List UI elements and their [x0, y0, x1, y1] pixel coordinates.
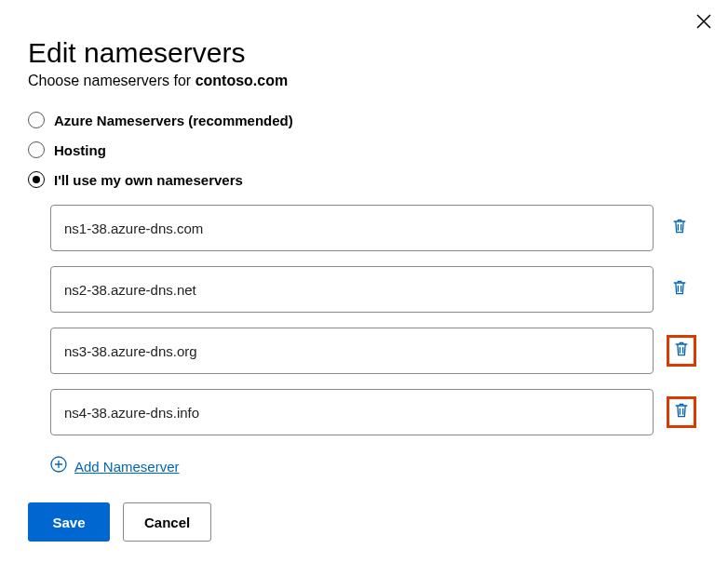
dialog-buttons: Save Cancel	[28, 502, 700, 542]
delete-nameserver-button[interactable]	[667, 396, 696, 428]
radio-label-azure: Azure Nameservers (recommended)	[54, 113, 293, 128]
nameserver-input[interactable]	[50, 266, 654, 313]
nameserver-input[interactable]	[50, 389, 654, 435]
trash-icon	[670, 278, 689, 301]
trash-icon	[672, 340, 691, 362]
nameserver-list	[50, 205, 700, 435]
trash-icon	[670, 217, 689, 239]
save-button[interactable]: Save	[28, 502, 110, 542]
radio-label-own: I'll use my own nameservers	[54, 172, 243, 188]
radio-icon	[28, 171, 45, 188]
trash-icon	[672, 401, 691, 423]
add-nameserver-label: Add Nameserver	[74, 459, 180, 475]
cancel-button[interactable]: Cancel	[123, 502, 211, 542]
page-subtitle: Choose nameservers for contoso.com	[28, 73, 700, 89]
delete-nameserver-button[interactable]	[667, 215, 693, 241]
domain-name: contoso.com	[195, 73, 289, 88]
nameserver-row	[50, 266, 700, 313]
nameserver-row	[50, 205, 700, 251]
nameserver-input[interactable]	[50, 328, 654, 374]
plus-circle-icon	[50, 456, 67, 476]
subtitle-prefix: Choose nameservers for	[28, 73, 195, 88]
nameserver-radio-group: Azure Nameservers (recommended) Hosting …	[28, 112, 700, 188]
add-nameserver-link[interactable]: Add Nameserver	[50, 456, 700, 476]
radio-icon	[28, 112, 45, 128]
radio-azure-nameservers[interactable]: Azure Nameservers (recommended)	[28, 112, 700, 128]
radio-label-hosting: Hosting	[54, 142, 106, 158]
radio-own-nameservers[interactable]: I'll use my own nameservers	[28, 171, 700, 188]
nameserver-row	[50, 389, 700, 435]
page-title: Edit nameservers	[28, 37, 700, 69]
nameserver-input[interactable]	[50, 205, 654, 251]
delete-nameserver-button[interactable]	[667, 335, 696, 367]
radio-hosting[interactable]: Hosting	[28, 141, 700, 158]
radio-icon	[28, 141, 45, 158]
nameserver-row	[50, 328, 700, 374]
delete-nameserver-button[interactable]	[667, 276, 693, 302]
close-icon[interactable]	[696, 13, 711, 32]
